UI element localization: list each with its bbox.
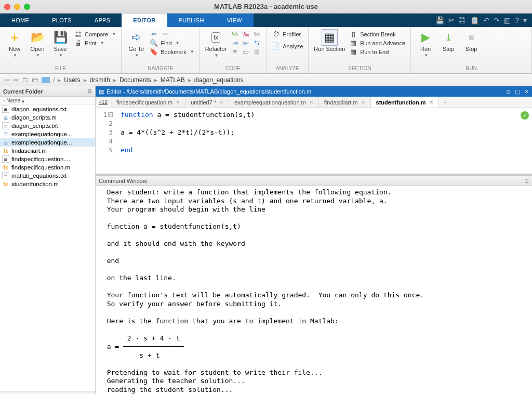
minimize-window-button[interactable] xyxy=(14,4,20,10)
file-row[interactable]: ≡matlab_equations.txt xyxy=(0,172,95,180)
undo-icon[interactable]: ↶ xyxy=(483,16,489,24)
analyze-button[interactable]: 📄Analyze xyxy=(272,42,303,50)
file-row[interactable]: ≣diagon_scripts.m xyxy=(0,113,95,122)
file-name: findspecificquestion.m xyxy=(11,164,70,170)
more-icon[interactable]: ▾ xyxy=(523,16,527,24)
drive-icon[interactable] xyxy=(42,77,50,83)
maximize-icon[interactable]: ▢ xyxy=(515,88,520,95)
editor-pane[interactable]: 1− 2 3 4 5 function a = studentfunction(… xyxy=(96,108,532,176)
tab-close-icon[interactable]: ✕ xyxy=(176,99,180,105)
txt-file-icon: ≡ xyxy=(2,106,9,113)
path-seg-0[interactable]: Users xyxy=(64,76,80,84)
file-row[interactable]: ≡findspecificquestion.... xyxy=(0,155,95,163)
file-row[interactable]: ≣exampleequationque... xyxy=(0,138,95,147)
save-button[interactable]: 💾 Save▼ xyxy=(51,30,70,58)
tab-close-icon[interactable]: ✕ xyxy=(429,99,433,105)
tab-close-icon[interactable]: ✕ xyxy=(361,99,365,105)
tab-home[interactable]: HOME xyxy=(0,14,41,27)
path-bar: ⇦ ⇨ 🗀 🗁 /▸ Users▸ drsmith▸ Documents▸ MA… xyxy=(0,74,532,86)
nav-back-icon[interactable]: ⇦ xyxy=(4,76,10,84)
step-button[interactable]: ⤓ Step xyxy=(439,30,458,52)
code-area[interactable]: function a = studentfunction(s,t) a = 4*… xyxy=(116,108,532,174)
file-name: diagon_scripts.m xyxy=(11,114,57,121)
tab-publish[interactable]: PUBLISH xyxy=(167,14,216,27)
tab-editor[interactable]: EDITOR xyxy=(122,14,167,27)
editor-tab[interactable]: studentfunction.m✕ xyxy=(371,97,439,108)
path-seg-4[interactable]: diagon_equations xyxy=(194,76,244,84)
open-button[interactable]: 📂 Open▼ xyxy=(28,30,47,58)
file-row[interactable]: ≣exampleequationque... xyxy=(0,130,95,138)
editor-tab[interactable]: findasciiart.m✕ xyxy=(319,97,371,108)
section-break-button[interactable]: ▯Section Break xyxy=(349,30,405,38)
close-editor-icon[interactable]: ✕ xyxy=(524,88,529,95)
doc-icon: ▤ xyxy=(99,88,104,95)
column-header[interactable]: ▫ Name ▴ xyxy=(0,97,95,105)
current-folder-panel: Current Folder ⊙ ▫ Name ▴ ≡diagon_equati… xyxy=(0,86,96,394)
panel-menu-icon[interactable]: ⊙ xyxy=(87,88,92,95)
cmd-menu-icon[interactable]: ⊙ xyxy=(524,178,529,185)
file-name: exampleequationque... xyxy=(11,131,72,137)
file-row[interactable]: fxfindspecificquestion.m xyxy=(0,163,95,172)
path-seg-2[interactable]: Documents xyxy=(119,76,151,84)
path-seg-1[interactable]: drsmith xyxy=(90,76,110,84)
txt-file-icon: ≡ xyxy=(2,155,9,163)
code-opt-2[interactable]: ⇥⇤⇆ xyxy=(231,39,261,47)
profiler-button[interactable]: ⏱Profiler xyxy=(272,30,303,38)
gutter-offset[interactable]: +12 xyxy=(96,97,111,108)
tab-close-icon[interactable]: ✕ xyxy=(219,99,223,105)
zoom-window-button[interactable] xyxy=(24,4,30,10)
bookmark-button[interactable]: 🔖Bookmark▼ xyxy=(150,48,194,56)
code-opt-1[interactable]: %‰% xyxy=(231,30,261,38)
help-icon[interactable]: ? xyxy=(515,16,519,24)
file-row[interactable]: fxstudentfunction.m xyxy=(0,180,95,188)
print-icon: 🖨 xyxy=(74,39,82,47)
save-icon[interactable]: 💾 xyxy=(435,16,444,24)
file-name: findasciiart.m xyxy=(11,148,47,154)
run-to-end-button[interactable]: ▦Run to End xyxy=(349,48,405,56)
cut-icon[interactable]: ✂ xyxy=(448,16,455,24)
file-row[interactable]: ≡diagon_equations.txt xyxy=(0,105,95,113)
path-seg-3[interactable]: MATLAB xyxy=(161,76,185,84)
nav-arrows[interactable]: ⇐⇒ xyxy=(150,30,194,38)
layout-icon[interactable]: ▥ xyxy=(504,16,511,24)
compare-button[interactable]: ⿻Compare▼ xyxy=(74,30,116,38)
command-window[interactable]: Dear student: write a function that impl… xyxy=(96,186,532,394)
stop-button[interactable]: ■ Stop xyxy=(462,30,481,52)
fwd-arrow-icon: ⇒ xyxy=(161,30,169,38)
editor-tab[interactable]: untitled7 *✕ xyxy=(185,97,229,108)
redo-icon[interactable]: ↷ xyxy=(494,16,500,24)
compare-icon: ⿻ xyxy=(74,30,82,38)
folder-icon[interactable]: 🗀 xyxy=(22,76,29,84)
tab-view[interactable]: VIEW xyxy=(216,14,254,27)
editor-tab[interactable]: exampleequationquestion.m✕ xyxy=(229,97,319,108)
find-button[interactable]: 🔍Find▼ xyxy=(150,39,194,47)
new-tab-button[interactable]: ＋ xyxy=(439,97,451,108)
goto-button[interactable]: ➪ Go To▼ xyxy=(127,30,145,58)
paste-icon[interactable]: 📋 xyxy=(470,16,479,24)
run-advance-button[interactable]: ▦Run and Advance xyxy=(349,39,405,47)
tab-close-icon[interactable]: ✕ xyxy=(309,99,313,105)
editor-tabs: +12 findspecificquestion.m✕untitled7 *✕e… xyxy=(96,97,532,108)
folder-open-icon: 📂 xyxy=(31,30,45,45)
copy-icon[interactable]: ⿻ xyxy=(459,16,466,24)
new-button[interactable]: ＋ New▼ xyxy=(5,30,24,58)
command-window-header: Command Window ⊙ xyxy=(96,176,532,186)
nav-fwd-icon[interactable]: ⇨ xyxy=(13,76,19,84)
tab-plots[interactable]: PLOTS xyxy=(41,14,83,27)
tab-apps[interactable]: APPS xyxy=(83,14,122,27)
parent-folder-icon[interactable]: 🗁 xyxy=(32,76,38,84)
panel-dropdown-icon[interactable]: ⊙ xyxy=(506,88,511,95)
group-section: ▦ Run Section ▯Section Break ▦Run and Ad… xyxy=(309,27,411,73)
run-section-button[interactable]: ▦ Run Section xyxy=(314,30,345,52)
run-section-icon: ▦ xyxy=(322,30,338,45)
file-row[interactable]: ≡diagon_scripts.txt xyxy=(0,122,95,130)
file-detail-bar: exampleequationq...ʌ xyxy=(0,391,95,394)
refactor-button[interactable]: fx Refactor▼ xyxy=(205,30,227,58)
close-window-button[interactable] xyxy=(4,4,10,10)
editor-tab[interactable]: findspecificquestion.m✕ xyxy=(111,97,185,108)
file-row[interactable]: fxfindasciiart.m xyxy=(0,147,95,155)
step-icon: ⤓ xyxy=(445,30,453,45)
print-button[interactable]: 🖨Print▼ xyxy=(74,39,116,47)
code-opt-3[interactable]: ≡▭⊞ xyxy=(231,48,261,56)
run-button[interactable]: ▶ Run▼ xyxy=(416,30,435,58)
